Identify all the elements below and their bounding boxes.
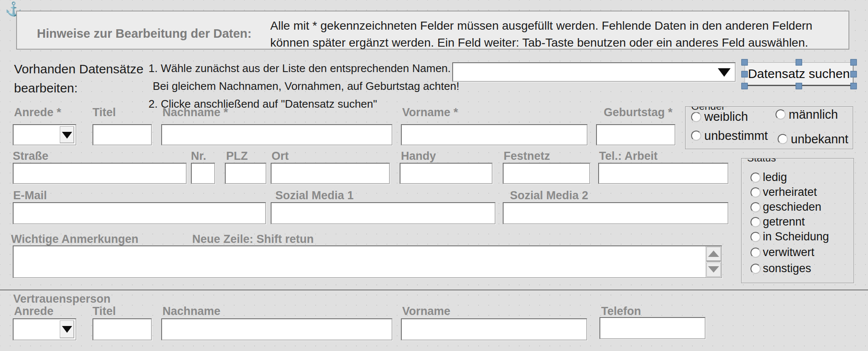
form-canvas: ⚓ Hinweise zur Bearbeitung der Daten: Al… (0, 0, 868, 351)
status-radio-verwitwert[interactable] (750, 248, 761, 258)
section-divider (0, 290, 868, 290)
ort-input[interactable] (271, 163, 390, 184)
hint-box: Hinweise zur Bearbeitung der Daten: Alle… (16, 11, 849, 50)
status-group-legend: Status (745, 158, 778, 164)
festnetz-label: Festnetz (504, 150, 550, 163)
dropdown-arrow-icon[interactable] (718, 68, 731, 77)
anrede-dropdown[interactable] (13, 124, 76, 145)
vertrauensperson-section-label: Vertrauensperson (13, 292, 111, 306)
status-radio-in-scheidung-label[interactable]: in Scheidung (763, 230, 829, 243)
status-radio-verheiratet-label[interactable]: verheiratet (763, 186, 817, 199)
vp-nachname-input[interactable] (161, 318, 392, 340)
nr-input[interactable] (191, 163, 215, 184)
anmerkungen-textarea[interactable] (14, 246, 706, 277)
sozial-media-2-input[interactable] (503, 202, 728, 224)
status-radio-geschieden-label[interactable]: geschieden (763, 201, 821, 214)
scroll-down-button[interactable] (706, 262, 721, 277)
search-instruction-2: Bei gleichem Nachnamen, Vornahmen, auf G… (153, 80, 459, 93)
name-search-combobox[interactable] (452, 62, 736, 82)
scroll-up-button[interactable] (706, 247, 721, 261)
plz-label: PLZ (226, 150, 248, 163)
handy-label: Handy (401, 150, 436, 163)
strasse-input[interactable] (13, 163, 187, 184)
gender-radio-weiblich[interactable] (691, 112, 701, 122)
dropdown-arrow-icon (62, 326, 72, 333)
existing-records-label-line1: Vorhanden Datensätze (14, 59, 143, 78)
geburtstag-input[interactable] (596, 124, 675, 145)
selection-handle-middle-left[interactable] (742, 71, 748, 78)
anmerkungen-textarea-frame (13, 245, 722, 278)
anrede-dropdown-button[interactable] (60, 126, 74, 143)
status-radio-geschieden[interactable] (750, 202, 761, 212)
status-radio-verheiratet[interactable] (750, 187, 761, 198)
vp-vorname-label: Vorname (402, 305, 451, 318)
titel-label: Titel (92, 106, 116, 119)
hint-text-line1: Alle mit * gekennzeichneten Felder müsse… (270, 17, 812, 34)
gender-radio-unbekannt-label[interactable]: unbekannt (791, 132, 848, 146)
email-input[interactable] (13, 202, 266, 224)
gender-group: Gender weiblich männlich unbestimmt unbe… (685, 106, 853, 149)
status-radio-sonstiges[interactable] (750, 264, 761, 274)
gender-radio-unbekannt[interactable] (778, 134, 788, 144)
dropdown-arrow-icon (62, 132, 72, 139)
vp-anrede-dropdown-button[interactable] (60, 320, 74, 338)
gender-radio-unbestimmt[interactable] (691, 131, 701, 141)
vp-anrede-label: Anrede (14, 305, 53, 318)
selection-handle-top-middle[interactable] (796, 59, 802, 66)
strasse-label: Straße (13, 150, 48, 163)
neue-zeile-hint-label: Neue Zeile: Shift retun (192, 233, 314, 246)
nachname-label: Nachname * (162, 106, 228, 119)
vp-anrede-dropdown[interactable] (13, 318, 76, 340)
status-radio-getrennt[interactable] (750, 217, 761, 227)
status-radio-verwitwert-label[interactable]: verwitwert (763, 246, 815, 259)
email-label: E-Mail (13, 189, 47, 202)
gender-radio-unbestimmt-label[interactable]: unbestimmt (704, 129, 768, 143)
status-radio-getrennt-label[interactable]: getrennt (763, 215, 805, 228)
nachname-input[interactable] (161, 124, 392, 145)
status-radio-ledig[interactable] (750, 173, 761, 183)
vp-telefon-input[interactable] (599, 317, 706, 339)
sozial-media-1-input[interactable] (271, 202, 496, 224)
gender-radio-maennlich[interactable] (776, 109, 786, 120)
vorname-input[interactable] (401, 124, 588, 145)
sozial-media-1-label: Sozial Media 1 (275, 189, 354, 202)
anrede-label: Anrede * (14, 106, 61, 119)
search-instruction-1: 1. Wähle zunächst aus der Liste den ents… (148, 62, 451, 75)
scroll-down-arrow-icon (708, 266, 719, 273)
scroll-up-arrow-icon (708, 251, 719, 257)
anmerkungen-scrollbar[interactable] (706, 246, 721, 277)
selection-handle-bottom-middle[interactable] (796, 83, 802, 89)
nr-label: Nr. (191, 150, 206, 163)
vorname-label: Vorname * (402, 106, 458, 119)
plz-input[interactable] (225, 163, 266, 184)
vp-titel-input[interactable] (92, 318, 152, 340)
vp-nachname-label: Nachname (162, 305, 221, 318)
gender-group-legend: Gender (689, 106, 727, 112)
existing-records-label-line2: bearbeiten: (14, 78, 78, 98)
tel-arbeit-input[interactable] (598, 163, 728, 184)
anmerkungen-label: Wichtige Anmerkungen (11, 233, 138, 246)
ort-label: Ort (272, 150, 289, 163)
titel-input[interactable] (92, 124, 152, 145)
status-radio-in-scheidung[interactable] (750, 232, 761, 242)
hint-box-title: Hinweise zur Bearbeitung der Daten: (37, 27, 252, 41)
selection-handle-bottom-right[interactable] (851, 83, 857, 89)
selection-handle-top-left[interactable] (742, 59, 748, 66)
festnetz-input[interactable] (503, 163, 590, 184)
selection-handle-top-right[interactable] (851, 59, 857, 66)
handy-input[interactable] (400, 163, 493, 184)
status-radio-ledig-label[interactable]: ledig (763, 171, 787, 184)
status-group: Status ledig verheiratet geschieden getr… (741, 158, 854, 283)
vp-telefon-label: Telefon (601, 305, 641, 318)
vp-vorname-input[interactable] (401, 318, 587, 340)
sozial-media-2-label: Sozial Media 2 (510, 189, 588, 202)
vp-titel-label: Titel (92, 305, 116, 318)
geburtstag-label: Geburtstag * (604, 106, 672, 119)
selection-handle-bottom-left[interactable] (742, 83, 748, 89)
status-radio-sonstiges-label[interactable]: sonstiges (763, 262, 811, 275)
datensatz-suchen-button-label: Datensatz suchen (748, 67, 850, 81)
tel-arbeit-label: Tel.: Arbeit (599, 150, 658, 163)
selection-handle-middle-right[interactable] (851, 71, 857, 78)
gender-radio-maennlich-label[interactable]: männlich (789, 108, 838, 122)
hint-text-line2: können später ergänzt werden. Ein Feld w… (270, 34, 808, 51)
